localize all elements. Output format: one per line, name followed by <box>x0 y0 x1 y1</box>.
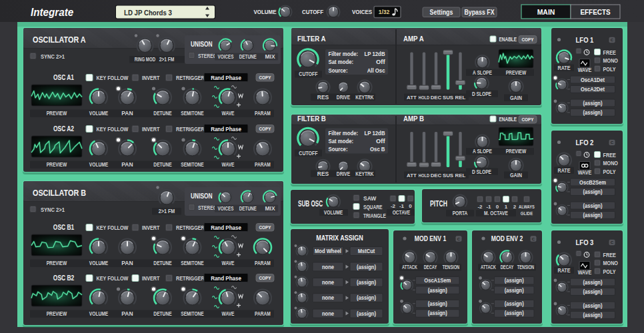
svg-text:COPY: COPY <box>259 126 271 132</box>
svg-text:FREE: FREE <box>603 49 617 56</box>
svg-text:LFO 1: LFO 1 <box>576 36 594 44</box>
svg-text:VOLUME: VOLUME <box>89 260 109 266</box>
svg-text:PARAM: PARAM <box>255 110 271 117</box>
svg-text:DETUNE: DETUNE <box>153 110 172 117</box>
svg-text:Rand Phase: Rand Phase <box>211 224 241 231</box>
svg-text:C: C <box>611 240 614 244</box>
svg-text:RETRIGGER: RETRIGGER <box>176 75 205 81</box>
svg-text:COPY: COPY <box>259 275 271 281</box>
svg-text:OSCILLATOR B: OSCILLATOR B <box>33 188 86 198</box>
svg-text:TENSION: TENSION <box>517 264 535 270</box>
svg-text:KEY FOLLOW: KEY FOLLOW <box>97 224 129 231</box>
svg-text:-1: -1 <box>399 203 405 209</box>
svg-text:(assign): (assign) <box>505 287 524 294</box>
svg-text:OscA1Sem: OscA1Sem <box>424 277 451 284</box>
svg-text:DETUNE: DETUNE <box>153 161 172 168</box>
svg-text:VOICES: VOICES <box>352 8 372 15</box>
svg-text:ATT: ATT <box>407 172 417 178</box>
svg-text:RES: RES <box>317 170 329 177</box>
svg-text:MOD ENV 2: MOD ENV 2 <box>491 234 523 242</box>
svg-text:MONO: MONO <box>603 57 619 64</box>
svg-text:Rand Phase: Rand Phase <box>211 125 241 133</box>
svg-text:Off: Off <box>376 138 385 145</box>
svg-text:TENSION: TENSION <box>443 264 460 270</box>
svg-text:Integrate: Integrate <box>31 7 73 18</box>
svg-text:OscB2Sem: OscB2Sem <box>579 179 606 186</box>
svg-text:KEY FOLLOW: KEY FOLLOW <box>97 275 129 282</box>
svg-text:UNISON: UNISON <box>191 41 213 48</box>
svg-text:MIX: MIX <box>265 205 275 212</box>
svg-text:REL: REL <box>455 95 466 101</box>
svg-text:A SLOPE: A SLOPE <box>473 69 492 76</box>
svg-text:INVERT: INVERT <box>142 275 160 282</box>
svg-text:RES: RES <box>317 94 329 101</box>
svg-text:SEMITONE: SEMITONE <box>181 161 204 168</box>
svg-text:UNISON: UNISON <box>191 192 213 200</box>
svg-text:RATE: RATE <box>557 65 570 71</box>
svg-text:KEYTRK: KEYTRK <box>355 94 374 101</box>
svg-text:SUB OSC: SUB OSC <box>298 199 323 208</box>
svg-text:INVERT: INVERT <box>142 224 160 231</box>
svg-text:CUTOFF: CUTOFF <box>299 150 318 157</box>
svg-text:RATE: RATE <box>557 267 570 274</box>
svg-text:COPY: COPY <box>259 75 271 81</box>
svg-text:CUTOFF: CUTOFF <box>302 8 323 15</box>
svg-text:WAVE: WAVE <box>578 169 592 176</box>
svg-text:(assign): (assign) <box>357 264 376 270</box>
svg-text:D SLOPE: D SLOPE <box>472 168 491 175</box>
svg-text:(assign): (assign) <box>583 100 603 107</box>
svg-text:FREE: FREE <box>603 252 617 258</box>
svg-text:KEY FOLLOW: KEY FOLLOW <box>97 75 129 81</box>
svg-text:(assign): (assign) <box>428 300 447 307</box>
svg-text:LP 12dB: LP 12dB <box>365 130 385 137</box>
svg-text:LFO 3: LFO 3 <box>576 238 594 246</box>
svg-text:VOLUME: VOLUME <box>253 8 276 15</box>
svg-text:POLY: POLY <box>603 168 616 175</box>
svg-text:STEREO: STEREO <box>198 53 217 59</box>
svg-text:SYNC 2>1: SYNC 2>1 <box>41 206 65 213</box>
svg-text:RETRIGGER: RETRIGGER <box>176 126 205 133</box>
svg-text:(assign): (assign) <box>583 212 603 218</box>
svg-text:2: 2 <box>513 204 517 210</box>
svg-text:DEC: DEC <box>431 172 442 178</box>
svg-text:EFFECTS: EFFECTS <box>580 8 610 16</box>
svg-text:OSC A1: OSC A1 <box>53 74 74 81</box>
svg-text:(assign): (assign) <box>357 279 376 286</box>
svg-text:FILTER A: FILTER A <box>297 35 326 43</box>
svg-text:OSC B2: OSC B2 <box>53 274 75 282</box>
svg-text:0: 0 <box>496 204 499 210</box>
svg-text:PREVIEW: PREVIEW <box>47 161 67 168</box>
svg-text:PAN: PAN <box>121 110 133 117</box>
svg-text:PREVIEW: PREVIEW <box>47 310 67 317</box>
svg-text:2>1 FM: 2>1 FM <box>159 56 175 63</box>
svg-text:PREVIEW: PREVIEW <box>506 69 527 76</box>
svg-text:GLIDE: GLIDE <box>521 210 533 216</box>
svg-text:COPY: COPY <box>522 117 534 123</box>
svg-text:DETUNE: DETUNE <box>239 205 257 212</box>
svg-text:GAIN: GAIN <box>510 95 522 101</box>
svg-text:DECAY: DECAY <box>424 264 437 270</box>
svg-text:FILTER B: FILTER B <box>297 115 326 123</box>
svg-text:Source:: Source: <box>329 146 348 153</box>
svg-text:(assign): (assign) <box>583 188 603 195</box>
svg-text:SAW: SAW <box>363 195 377 202</box>
svg-text:COPY: COPY <box>259 224 271 230</box>
svg-text:WAVE: WAVE <box>222 310 235 317</box>
svg-text:PREVIEW: PREVIEW <box>506 148 527 155</box>
svg-text:Osc B: Osc B <box>370 146 385 153</box>
svg-text:AMP B: AMP B <box>403 115 424 123</box>
svg-text:M. OCTAVE: M. OCTAVE <box>484 210 508 216</box>
svg-text:Sat mode:: Sat mode: <box>329 59 354 65</box>
svg-text:D SLOPE: D SLOPE <box>472 91 491 97</box>
svg-text:Settings: Settings <box>430 8 453 16</box>
svg-text:2>1 FM: 2>1 FM <box>159 208 175 214</box>
svg-text:PORTA: PORTA <box>453 210 468 216</box>
svg-text:MstCut: MstCut <box>358 248 375 254</box>
svg-text:none: none <box>322 310 334 317</box>
svg-text:SYNC 2>1: SYNC 2>1 <box>41 53 65 60</box>
svg-text:INVERT: INVERT <box>142 75 160 81</box>
svg-text:WAVE: WAVE <box>578 67 592 73</box>
svg-text:DETUNE: DETUNE <box>239 53 257 60</box>
svg-text:(assign): (assign) <box>357 294 376 301</box>
svg-text:MONO: MONO <box>603 260 619 266</box>
